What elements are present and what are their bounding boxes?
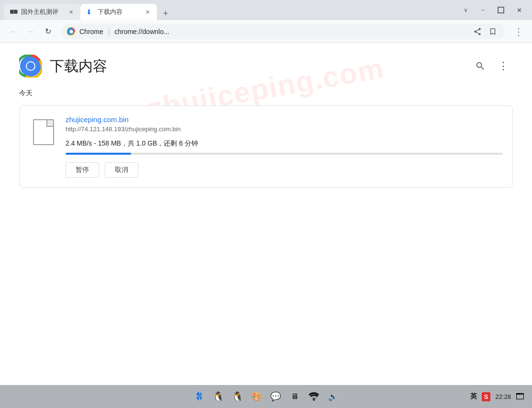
taskbar-qq2-icon[interactable]: 🐧 bbox=[231, 390, 244, 403]
svg-rect-0 bbox=[498, 7, 504, 13]
taskbar-wechat-icon[interactable]: 💬 bbox=[269, 390, 282, 403]
site-icon bbox=[67, 27, 76, 36]
progress-bar-fill bbox=[66, 153, 131, 155]
forward-button[interactable]: → bbox=[23, 24, 38, 39]
maximize-button[interactable] bbox=[496, 5, 506, 15]
toolbar: ← → ↻ Chrome | chrome://downlo... bbox=[0, 20, 532, 43]
chrome-logo bbox=[19, 55, 42, 78]
svg-point-2 bbox=[70, 30, 73, 33]
download-info: zhujiceping.com.bin http://74.121.148.19… bbox=[66, 115, 503, 178]
file-icon bbox=[33, 119, 54, 145]
download-status: 2.4 MB/s - 158 MB，共 1.0 GB，还剩 6 分钟 bbox=[66, 139, 503, 148]
dropdown-arrow[interactable]: ∨ bbox=[464, 7, 468, 13]
address-text: Chrome | chrome://downlo... bbox=[79, 28, 169, 35]
page-header-right: ⋮ bbox=[471, 57, 513, 76]
url-text: chrome://downlo... bbox=[114, 28, 169, 35]
tab-group: 🀰 国外主机测评 ✕ ⬇ 下载内容 ✕ + bbox=[4, 0, 172, 20]
download-actions: 暂停 取消 bbox=[66, 162, 503, 178]
minimize-button[interactable]: － bbox=[477, 5, 488, 15]
toolbar-right: ⋮ bbox=[511, 24, 526, 39]
svg-point-5 bbox=[27, 62, 34, 70]
tab2-title: 下载内容 bbox=[98, 8, 140, 16]
taskbar-volume-icon[interactable]: 🔊 bbox=[326, 390, 340, 403]
back-button[interactable]: ← bbox=[6, 24, 21, 39]
taskbar-sougou[interactable]: S bbox=[482, 392, 491, 401]
taskbar-right: 英 S 22:28 🗔 bbox=[470, 392, 524, 402]
taskbar-time: 22:28 bbox=[495, 393, 511, 400]
tab1-close-btn[interactable]: ✕ bbox=[67, 8, 75, 16]
address-actions bbox=[471, 25, 499, 38]
pause-button[interactable]: 暂停 bbox=[66, 162, 99, 178]
taskbar-lang[interactable]: 英 bbox=[470, 392, 477, 401]
site-name: Chrome bbox=[79, 28, 103, 35]
title-bar: 🀰 国外主机测评 ✕ ⬇ 下载内容 ✕ + ∨ － ✕ bbox=[0, 0, 532, 20]
tab-2[interactable]: ⬇ 下载内容 ✕ bbox=[80, 4, 157, 20]
page-header: 下载内容 ⋮ bbox=[0, 43, 532, 85]
cancel-button[interactable]: 取消 bbox=[105, 162, 138, 178]
window-controls: ∨ － ✕ bbox=[464, 5, 528, 15]
address-bar[interactable]: Chrome | chrome://downlo... bbox=[61, 24, 505, 39]
search-icon-btn[interactable] bbox=[471, 57, 490, 76]
bookmark-button[interactable] bbox=[486, 25, 499, 38]
tab2-close-btn[interactable]: ✕ bbox=[144, 8, 151, 16]
download-url: http://74.121.148.193/zhujiceping.com.bi… bbox=[66, 125, 503, 133]
menu-button[interactable]: ⋮ bbox=[511, 24, 526, 39]
close-button[interactable]: ✕ bbox=[514, 5, 524, 15]
taskbar-bluetooth-icon[interactable] bbox=[192, 390, 206, 403]
more-menu-btn[interactable]: ⋮ bbox=[494, 57, 513, 76]
refresh-button[interactable]: ↻ bbox=[40, 24, 55, 39]
taskbar-qq1-icon[interactable]: 🐧 bbox=[211, 390, 225, 403]
taskbar-screen-icon[interactable]: 🖥 bbox=[288, 390, 301, 403]
progress-bar bbox=[66, 153, 503, 155]
taskbar-notification-btn[interactable]: 🗔 bbox=[516, 392, 524, 402]
page-content: zhujiceping.com 下载内容 bbox=[0, 43, 532, 385]
share-button[interactable] bbox=[471, 25, 484, 38]
taskbar: 🐧 🐧 🎨 💬 🖥 🔊 英 S 22:28 🗔 bbox=[0, 385, 532, 408]
tab1-favicon: 🀰 bbox=[10, 8, 17, 16]
download-filename[interactable]: zhujiceping.com.bin bbox=[66, 115, 503, 124]
tab2-favicon: ⬇ bbox=[86, 8, 94, 16]
taskbar-wifi-icon[interactable] bbox=[307, 390, 321, 403]
tab-1[interactable]: 🀰 国外主机测评 ✕ bbox=[4, 4, 80, 20]
taskbar-color-icon[interactable]: 🎨 bbox=[250, 390, 263, 403]
download-card: zhujiceping.com.bin http://74.121.148.19… bbox=[19, 105, 513, 188]
new-tab-button[interactable]: + bbox=[159, 7, 172, 20]
section-label: 今天 bbox=[0, 85, 532, 102]
tab1-title: 国外主机测评 bbox=[21, 8, 63, 16]
file-icon-wrap bbox=[29, 115, 58, 149]
page-header-left: 下载内容 bbox=[19, 55, 107, 78]
address-separator: | bbox=[108, 28, 110, 35]
page-title: 下载内容 bbox=[50, 57, 107, 76]
